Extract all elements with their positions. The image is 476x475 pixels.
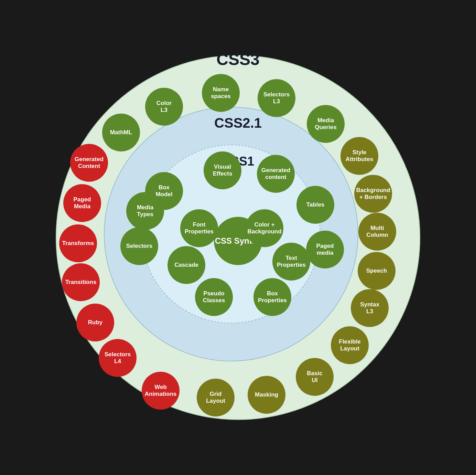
- node-text-properties[interactable]: TextProperties: [272, 243, 310, 281]
- node-selectors-l3[interactable]: SelectorsL3: [258, 79, 295, 117]
- node-paged-media-css21[interactable]: Pagedmedia: [306, 231, 344, 268]
- node-media-types[interactable]: MediaTypes: [126, 192, 164, 230]
- node-tables[interactable]: Tables: [296, 186, 334, 224]
- node-color-background-css1[interactable]: Color +Background: [246, 209, 283, 247]
- node-speech[interactable]: Speech: [358, 252, 396, 290]
- node-flexible-layout[interactable]: FlexibleLayout: [331, 326, 369, 364]
- node-background-borders[interactable]: Background+ Borders: [354, 175, 392, 213]
- node-basic-ui[interactable]: BasicUI: [296, 358, 334, 396]
- node-web-animations[interactable]: WebAnimations: [142, 372, 180, 410]
- node-pseudo-classes[interactable]: PseudoClasses: [195, 278, 233, 316]
- node-media-queries[interactable]: MediaQueries: [307, 105, 345, 143]
- node-grid-layout[interactable]: GridLayout: [197, 379, 235, 416]
- node-visual-effects[interactable]: VisualEffects: [204, 151, 241, 189]
- node-multi-column[interactable]: MultiColumn: [358, 213, 396, 251]
- node-paged-media-red[interactable]: PagedMedia: [63, 184, 101, 222]
- node-generated-content-red[interactable]: GeneratedContent: [70, 144, 108, 182]
- node-transitions[interactable]: Transitions: [62, 263, 100, 301]
- node-box-properties[interactable]: BoxProperties: [253, 278, 291, 316]
- node-syntax-l3[interactable]: SyntaxL3: [351, 289, 389, 327]
- node-selectors-l4[interactable]: SelectorsL4: [99, 339, 137, 377]
- node-font-properties[interactable]: FontProperties: [180, 209, 218, 247]
- node-transforms[interactable]: Transforms: [59, 224, 97, 262]
- node-namespaces[interactable]: Namespaces: [202, 74, 240, 112]
- node-generated-content-css21[interactable]: Generatedcontent: [257, 155, 295, 193]
- node-color-l3[interactable]: ColorL3: [145, 88, 183, 126]
- node-masking[interactable]: Masking: [248, 376, 285, 414]
- node-ruby[interactable]: Ruby: [76, 304, 114, 341]
- node-style-attributes[interactable]: StyleAttributes: [340, 137, 378, 175]
- node-mathml[interactable]: MathML: [102, 114, 140, 151]
- node-selectors-css21[interactable]: Selectors: [120, 227, 158, 265]
- css-diagram: CSS3 CSS2.1 CSS1 CSS Syntax FontProperti…: [49, 48, 427, 427]
- node-cascade[interactable]: Cascade: [167, 246, 205, 284]
